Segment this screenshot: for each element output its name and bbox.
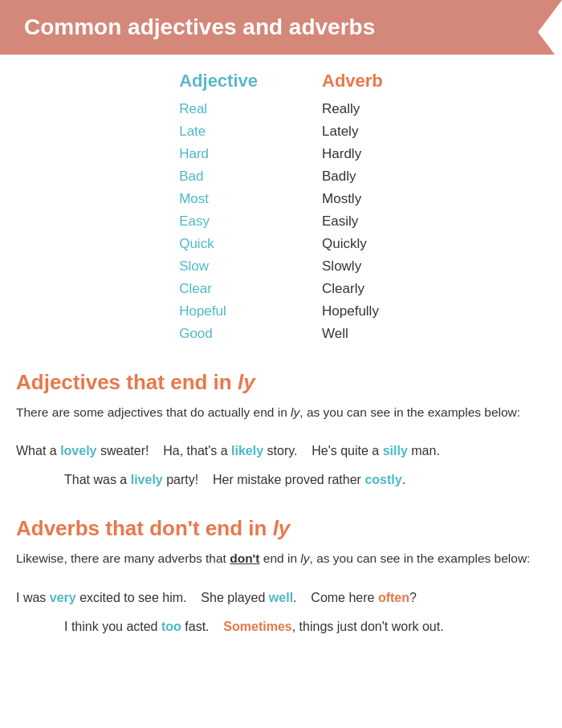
list-item: Mostly <box>322 188 383 210</box>
list-item: Most <box>179 188 258 210</box>
example-sentence: What a lovely sweater! Ha, that's a like… <box>16 438 546 464</box>
list-item: Badly <box>322 165 383 188</box>
highlight-lively: lively <box>131 473 163 486</box>
list-item: Really <box>322 98 383 120</box>
list-item: Hardly <box>322 143 383 165</box>
section2-examples: I was very excited to see him. She playe… <box>0 577 562 655</box>
list-item: Late <box>179 120 258 143</box>
example-sentence: That was a lively party! Her mistake pro… <box>16 467 546 493</box>
list-item: Lately <box>322 120 383 143</box>
section1-heading: Adjectives that end in ly <box>0 362 562 399</box>
list-item: Slow <box>179 255 258 278</box>
highlight-lovely: lovely <box>60 444 96 458</box>
highlight-very: very <box>50 591 76 604</box>
adverb-column-header: Adverb <box>322 71 383 92</box>
list-item: Quick <box>179 233 258 255</box>
adjective-column-header: Adjective <box>179 71 258 92</box>
list-item: Hopefully <box>322 300 383 323</box>
word-table-section: Adjective Real Late Hard Bad Most Easy Q… <box>0 63 562 362</box>
section1-body: There are some adjectives that do actual… <box>0 399 562 431</box>
list-item: Well <box>322 323 383 345</box>
emphasis-dont: don't <box>230 551 259 565</box>
page-title: Common adjectives and adverbs <box>24 14 538 40</box>
header-banner: Common adjectives and adverbs <box>0 0 562 55</box>
highlight-sometimes: Sometimes <box>223 620 291 633</box>
list-item: Clearly <box>322 278 383 300</box>
highlight-well: well <box>269 591 293 604</box>
list-item: Good <box>179 323 258 345</box>
list-item: Hard <box>179 143 258 165</box>
highlight-often: often <box>378 591 409 604</box>
example-sentence: I was very excited to see him. She playe… <box>16 585 546 611</box>
list-item: Clear <box>179 278 258 300</box>
highlight-too: too <box>161 620 181 633</box>
example-sentence: I think you acted too fast. Sometimes, t… <box>16 614 546 640</box>
highlight-costly: costly <box>364 473 401 486</box>
section1-examples: What a lovely sweater! Ha, that's a like… <box>0 430 562 508</box>
adverb-column: Adverb Really Lately Hardly Badly Mostly… <box>322 71 383 346</box>
list-item: Real <box>179 98 258 120</box>
section2-body: Likewise, there are many adverbs that do… <box>0 545 562 577</box>
list-item: Bad <box>179 165 258 188</box>
highlight-likely: likely <box>231 444 263 458</box>
list-item: Hopeful <box>179 300 258 323</box>
highlight-silly: silly <box>383 444 408 458</box>
word-table: Adjective Real Late Hard Bad Most Easy Q… <box>179 71 383 346</box>
list-item: Easy <box>179 210 258 233</box>
adjective-column: Adjective Real Late Hard Bad Most Easy Q… <box>179 71 258 346</box>
section2-heading: Adverbs that don't end in ly <box>0 508 562 545</box>
list-item: Quickly <box>322 233 383 255</box>
list-item: Slowly <box>322 255 383 278</box>
list-item: Easily <box>322 210 383 233</box>
